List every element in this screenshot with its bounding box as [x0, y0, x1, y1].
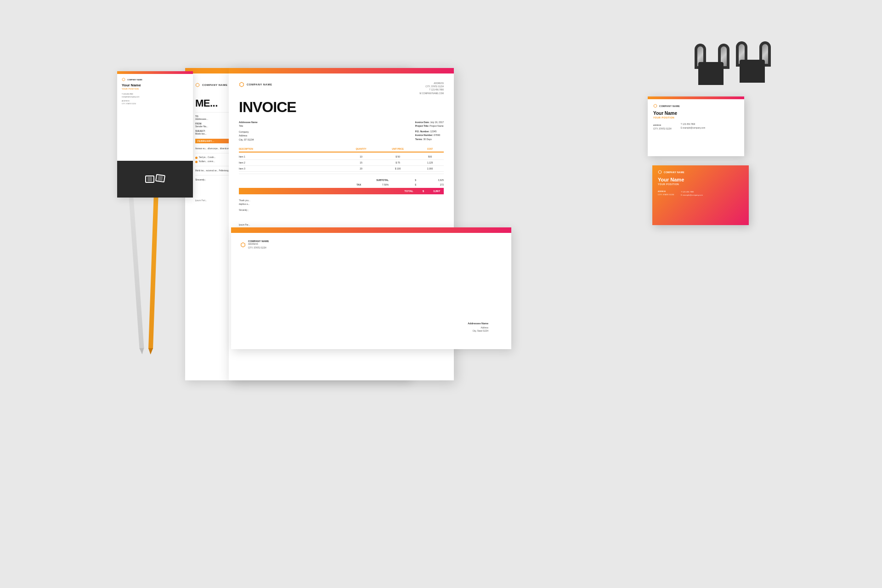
biz-gradient-hex-icon [658, 170, 662, 174]
invoice-bill-to: Addressee Name Title Company Address Cit… [239, 120, 258, 142]
biz-front-contact: T 123.456.7890 E example@company.com [681, 123, 706, 131]
camera-icon [117, 161, 193, 198]
invoice-row-3: Item 3 20 $ 100 2,000 [239, 166, 444, 172]
invoice-table-header: DESCRIPTION QUANTITY UNIT PRICE COST [239, 148, 444, 153]
binder-clip-left [694, 44, 730, 85]
biz-front-address: ADDRESS CITY, STATE 01234 [653, 124, 672, 131]
envelope-document: COMPANY NAME ADDRESS CITY, STATE 01234 A… [231, 227, 511, 349]
svg-marker-1 [240, 82, 243, 87]
letterhead-back-logo-row: COMPANY NAME [195, 83, 227, 87]
envelope-content: COMPANY NAME ADDRESS CITY, STATE 01234 [231, 233, 511, 256]
biz-back-position: YOUR POSITION [122, 88, 188, 90]
invoice-bill-row: Addressee Name Title Company Address Cit… [239, 120, 444, 142]
biz-card-gradient-content: COMPANY NAME Your Name YOUR POSITION ADD… [652, 165, 749, 201]
biz-front-name: Your Name [653, 111, 739, 116]
invoice-hex-icon [239, 82, 244, 87]
letterhead-back-company-name: COMPANY NAME [202, 84, 227, 86]
biz-gradient-position: YOUR POSITION [658, 183, 743, 186]
biz-gradient-address: ADDRESS CITY, STATE 01234 [658, 190, 674, 197]
envelope-hex-icon [240, 242, 246, 248]
biz-card-back-dark-section [117, 161, 193, 198]
envelope-addressee: Addressee Name Address City, State 01234 [468, 322, 488, 333]
invoice-title: INVOICE [239, 99, 444, 116]
biz-back-hex-icon [122, 78, 125, 81]
invoice-address-right: ADDRESS CITY, STATE 01234 T 123.456.7890… [419, 82, 444, 95]
invoice-row-1: Item 1 10 $ 50 500 [239, 154, 444, 160]
envelope-header-bar [231, 227, 511, 233]
svg-marker-0 [196, 83, 199, 87]
invoice-content: COMPANY NAME ADDRESS CITY, STATE 01234 T… [229, 74, 454, 235]
biz-card-back-content: COMPANY NAME Your Name YOUR POSITION T 1… [117, 74, 193, 109]
biz-back-name: Your Name [122, 83, 188, 87]
svg-marker-5 [658, 170, 661, 174]
biz-back-address: ADDRESS CITY, STATE 01234 [122, 100, 188, 106]
biz-gradient-company: COMPANY NAME [664, 171, 684, 174]
biz-gradient-logo-row: COMPANY NAME [658, 170, 743, 174]
invoice-row-2: Item 2 15 $ 75 1,125 [239, 160, 444, 166]
biz-gradient-contact: T 123.456.7890 E example@company.com [681, 190, 703, 197]
envelope-sender-address: ADDRESS CITY, STATE 01234 [248, 243, 269, 249]
invoice-company-name: COMPANY NAME [247, 83, 272, 86]
svg-marker-3 [122, 78, 125, 81]
scene: COMPANY NAME ADDRESS CITY, STATE 01234 T… [0, 0, 882, 588]
invoice-grand-total: TOTAL $ 3,897 [239, 188, 444, 194]
hex-logo-icon [195, 83, 200, 87]
biz-card-white-front: COMPANY NAME Your Name YOUR POSITION ADD… [648, 96, 744, 156]
invoice-logo-area: COMPANY NAME [239, 82, 272, 87]
invoice-header-bar [229, 68, 454, 74]
biz-back-logo-row: COMPANY NAME [122, 78, 188, 81]
biz-card-white-front-content: COMPANY NAME Your Name YOUR POSITION ADD… [648, 99, 744, 136]
biz-back-contact: T 123.456.7890 example@company.com [122, 93, 188, 99]
biz-gradient-name: Your Name [658, 177, 743, 182]
invoice-bill-details: Invoice Date: July 19, 2017 Project Titl… [415, 120, 444, 142]
svg-marker-2 [241, 243, 245, 247]
biz-front-hex-icon [653, 104, 657, 108]
binder-clip-right [735, 41, 772, 83]
biz-card-back-left: COMPANY NAME Your Name YOUR POSITION T 1… [117, 71, 193, 198]
biz-card-gradient: COMPANY NAME Your Name YOUR POSITION ADD… [652, 165, 749, 225]
biz-front-position: YOUR POSITION [653, 116, 739, 119]
invoice-totals: SUBTOTAL $ 3,625 TAX 7.50% $ 272 [239, 178, 444, 187]
biz-front-logo-row: COMPANY NAME [653, 104, 739, 108]
envelope-logo-section: COMPANY NAME ADDRESS CITY, STATE 01234 [240, 240, 269, 249]
invoice-footer: Thank you... dapibus a... Sincerely ; Ip… [239, 199, 444, 227]
svg-marker-4 [654, 104, 656, 107]
